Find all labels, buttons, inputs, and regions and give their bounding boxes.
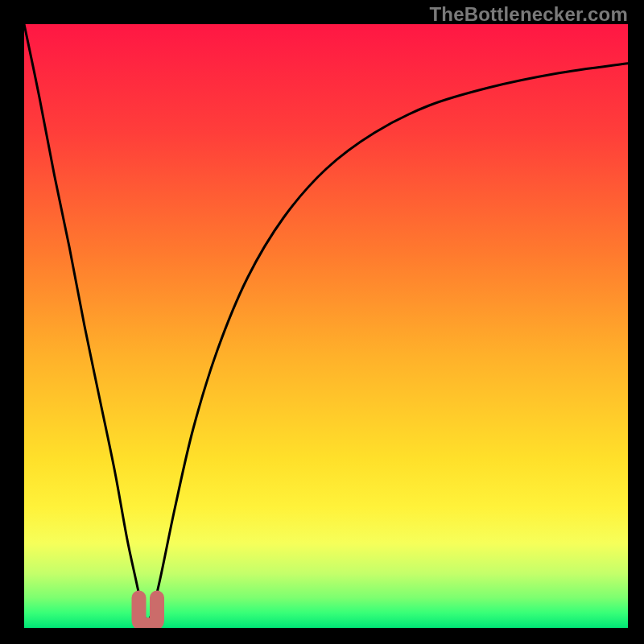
chart-svg [24,24,628,628]
min-marker [139,598,158,625]
watermark-text: TheBottlenecker.com [429,3,628,26]
outer-frame: TheBottlenecker.com [0,0,644,644]
bottleneck-curve [24,24,628,622]
plot-area [24,24,628,628]
